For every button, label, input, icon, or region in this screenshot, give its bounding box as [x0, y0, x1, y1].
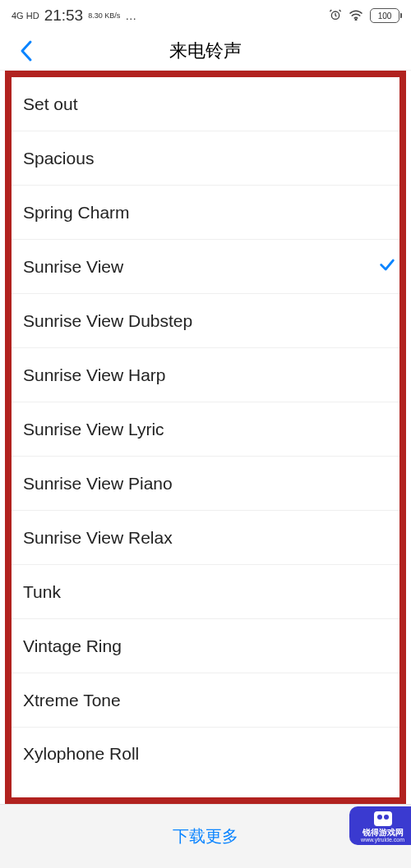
ringtone-name: Xylophone Roll	[23, 744, 139, 764]
watermark-brand: 锐得游戏网	[361, 828, 404, 837]
watermark-logo-icon	[374, 811, 392, 826]
ringtone-name: Xtreme Tone	[23, 691, 121, 710]
more-indicator: …	[125, 9, 137, 22]
ringtone-row[interactable]: Set out	[12, 77, 399, 131]
ringtone-row[interactable]: Spring Charm	[12, 186, 399, 240]
page-title: 来电铃声	[0, 39, 411, 63]
ringtone-name: Sunrise View Piano	[23, 474, 173, 494]
watermark-url: www.ytruide.com	[361, 837, 404, 843]
checkmark-icon	[378, 255, 396, 278]
ringtone-name: Vintage Ring	[23, 636, 122, 656]
ringtone-name: Spacious	[23, 149, 94, 168]
ringtone-row[interactable]: Sunrise View Lyric	[12, 402, 399, 457]
wifi-icon	[349, 9, 363, 23]
download-more-link[interactable]: 下载更多	[173, 825, 238, 847]
chevron-left-icon	[19, 39, 34, 62]
ringtone-name: Sunrise View	[23, 257, 123, 277]
status-bar: 4G HD 21:53 8.30 KB/s … 100	[0, 0, 411, 31]
ringtone-row[interactable]: Vintage Ring	[12, 619, 399, 673]
ringtone-row[interactable]: Sunrise View Dubstep	[12, 294, 399, 348]
ringtone-row[interactable]: Sunrise View Relax	[12, 511, 399, 565]
svg-point-1	[355, 19, 357, 21]
data-rate: 8.30 KB/s	[88, 12, 120, 20]
network-indicator: 4G HD	[12, 11, 39, 21]
ringtone-row[interactable]: Xylophone Roll	[12, 728, 399, 767]
ringtone-row[interactable]: Tunk	[12, 565, 399, 619]
ringtone-name: Set out	[23, 94, 78, 114]
ringtone-row[interactable]: Sunrise View Harp	[12, 348, 399, 402]
battery-indicator: 100	[370, 8, 399, 23]
ringtone-row[interactable]: Sunrise View Piano	[12, 457, 399, 511]
highlight-box-annotation: Set outSpaciousSpring CharmSunrise ViewS…	[5, 71, 406, 804]
ringtone-list[interactable]: Set outSpaciousSpring CharmSunrise ViewS…	[12, 77, 399, 797]
ringtone-name: Sunrise View Lyric	[23, 420, 164, 439]
ringtone-name: Spring Charm	[23, 203, 130, 223]
status-time: 21:53	[44, 7, 84, 25]
ringtone-name: Sunrise View Relax	[23, 528, 173, 548]
ringtone-row[interactable]: Spacious	[12, 131, 399, 186]
ringtone-name: Sunrise View Dubstep	[23, 311, 192, 331]
watermark-badge: 锐得游戏网 www.ytruide.com	[349, 806, 411, 845]
back-button[interactable]	[8, 33, 44, 69]
alarm-icon	[329, 8, 342, 24]
ringtone-row[interactable]: Sunrise View	[12, 240, 399, 294]
ringtone-name: Sunrise View Harp	[23, 365, 166, 385]
ringtone-row[interactable]: Xtreme Tone	[12, 673, 399, 728]
ringtone-name: Tunk	[23, 582, 61, 602]
page-header: 来电铃声	[0, 31, 411, 71]
